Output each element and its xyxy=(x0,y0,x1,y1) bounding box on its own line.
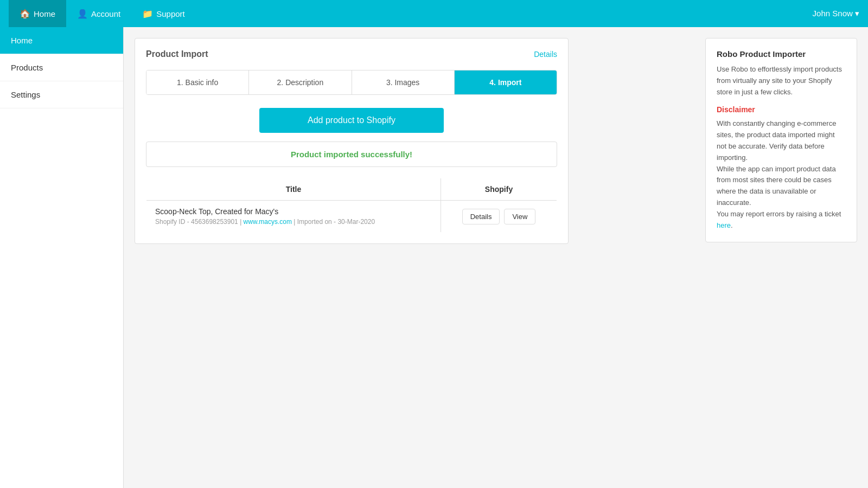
table-cell-shopify: Details View xyxy=(441,201,557,233)
right-panel: Robo Product Importer Use Robo to effort… xyxy=(694,27,868,488)
tab-import[interactable]: 4. Import xyxy=(455,70,557,94)
disclaimer-text3: You may report errors by raising a ticke… xyxy=(717,209,846,232)
sidebar: Home Products Settings xyxy=(0,27,124,488)
imported-date: 30-Mar-2020 xyxy=(337,218,375,226)
table-cell-title: Scoop-Neck Top, Created for Macy's Shopi… xyxy=(146,201,441,233)
right-panel-title: Robo Product Importer xyxy=(717,49,846,59)
disclaimer-text2: While the app can import product data fr… xyxy=(717,164,846,209)
nav-account[interactable]: 👤 Account xyxy=(66,0,131,27)
tab-description[interactable]: 2. Description xyxy=(249,70,352,94)
details-button[interactable]: Details xyxy=(462,209,500,224)
main-content: Product Import Details 1. Basic info 2. … xyxy=(124,27,694,488)
support-icon: 📁 xyxy=(142,9,153,19)
disclaimer-link[interactable]: here xyxy=(717,221,731,229)
table-header-title: Title xyxy=(146,178,441,201)
table-header-shopify: Shopify xyxy=(441,178,557,201)
product-site-link[interactable]: www.macys.com xyxy=(244,218,292,226)
nav-home-label: Home xyxy=(34,9,55,18)
top-nav: 🏠 Home 👤 Account 📁 Support John Snow xyxy=(0,0,868,27)
shopify-id-value: 4563698253901 xyxy=(191,218,238,226)
home-icon: 🏠 xyxy=(20,9,30,19)
add-product-button[interactable]: Add product to Shopify xyxy=(259,108,444,133)
nav-support[interactable]: 📁 Support xyxy=(131,0,196,27)
sidebar-item-products[interactable]: Products xyxy=(0,54,123,81)
tab-images[interactable]: 3. Images xyxy=(352,70,455,94)
user-name: John Snow xyxy=(813,9,859,18)
tab-basic-info[interactable]: 1. Basic info xyxy=(146,70,249,94)
right-panel-description: Use Robo to effortlessly import products… xyxy=(717,64,846,98)
card-header: Product Import Details xyxy=(146,49,557,59)
product-import-card: Product Import Details 1. Basic info 2. … xyxy=(135,38,569,244)
shopify-id-label: Shopify ID - xyxy=(155,218,191,226)
success-message: Product imported successfully! xyxy=(146,142,557,167)
view-button[interactable]: View xyxy=(504,209,535,224)
product-table: Title Shopify Scoop-Neck Top, Created fo… xyxy=(146,178,557,233)
nav-account-label: Account xyxy=(91,9,120,18)
meta-separator2: | Imported on - xyxy=(293,218,337,226)
product-name: Scoop-Neck Top, Created for Macy's xyxy=(155,207,432,216)
table-row: Scoop-Neck Top, Created for Macy's Shopi… xyxy=(146,201,557,233)
nav-left: 🏠 Home 👤 Account 📁 Support xyxy=(9,0,813,27)
account-icon: 👤 xyxy=(77,9,88,19)
nav-support-label: Support xyxy=(156,9,185,18)
right-panel-card: Robo Product Importer Use Robo to effort… xyxy=(705,38,857,242)
sidebar-item-settings[interactable]: Settings xyxy=(0,81,123,108)
card-title: Product Import xyxy=(146,49,208,59)
disclaimer-label: Disclaimer xyxy=(717,105,846,114)
tabs: 1. Basic info 2. Description 3. Images 4… xyxy=(146,70,557,95)
details-link[interactable]: Details xyxy=(534,50,557,59)
sidebar-item-home[interactable]: Home xyxy=(0,27,123,54)
product-meta: Shopify ID - 4563698253901 | www.macys.c… xyxy=(155,218,432,226)
main-layout: Home Products Settings Product Import De… xyxy=(0,27,868,488)
nav-user[interactable]: John Snow xyxy=(813,9,859,18)
disclaimer-text1: With constantly changing e-commerce site… xyxy=(717,118,846,163)
nav-home[interactable]: 🏠 Home xyxy=(9,0,66,27)
